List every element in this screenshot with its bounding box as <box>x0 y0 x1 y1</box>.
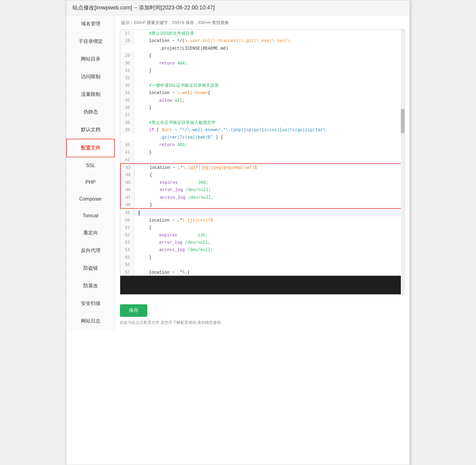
line-content: #一键申请SSL证书验证目录相关设置 <box>134 82 219 89</box>
sidebar-item-PHP[interactable]: PHP <box>66 174 115 191</box>
line-number: 38 <box>120 119 134 126</box>
line-number: 35 <box>120 96 134 104</box>
code-editor-wrapper[interactable]: 27 #禁止访问的文件或目录28 location ~ ^/(\.user.in… <box>120 29 405 295</box>
line-number: 51 <box>120 224 134 231</box>
line-content <box>134 111 139 112</box>
sidebar-item-重定向[interactable]: 重定向 <box>66 224 115 242</box>
hint-bar: 提示：Ctrl+F 搜索关键字，Ctrl+S 保存，Ctrl+H 查找替换 <box>120 20 405 26</box>
line-content: } <box>135 201 152 208</box>
line-content: location ~ ^/(\.user.ini|\.htaccess|\.gi… <box>134 37 292 44</box>
sidebar-item-网站目录[interactable]: 网站目录 <box>66 51 115 68</box>
bottom-area: 保存 此处为站点主配置文件,若您不了解配置规则,请勿随意修改. <box>120 299 405 325</box>
sidebar-item-访问限制[interactable]: 访问限制 <box>66 68 115 86</box>
sidebar-item-防篡改[interactable]: 防篡改 <box>66 277 115 295</box>
line-number: 33 <box>120 82 134 89</box>
line-number: 45 <box>121 179 135 186</box>
table-row: 43 location ~ .*\.(gif|jpg|jpeg|png|bmp|… <box>121 164 401 171</box>
content-area: 提示：Ctrl+F 搜索关键字，Ctrl+S 保存，Ctrl+H 查找替换 27… <box>115 15 410 330</box>
line-number: 40 <box>120 141 134 148</box>
save-button[interactable]: 保存 <box>120 304 147 317</box>
line-number: 47 <box>121 194 135 201</box>
table-row: 34 location ~ \.well-known{ <box>120 89 404 96</box>
table-row: 51 { <box>120 224 404 231</box>
line-content: { <box>134 224 152 231</box>
line-content: .project|LICENSE|README.md) <box>134 44 228 52</box>
table-row: 45 expires 30d; <box>121 179 401 186</box>
line-number: 52 <box>120 231 134 239</box>
line-number: 56 <box>120 261 134 268</box>
footer-note: 此处为站点主配置文件,若您不了解配置规则,请勿随意修改. <box>120 320 405 325</box>
window-title: 站点修改[imwpweb.com] -- 添加时间[2023-08-22 00:… <box>72 5 215 11</box>
line-number: 32 <box>120 74 134 81</box>
table-row: .project|LICENSE|README.md) <box>120 44 404 52</box>
line-content: return 403; <box>134 141 187 148</box>
line-content: access_log /dev/null; <box>134 246 213 253</box>
table-row: 44 { <box>121 171 401 178</box>
sidebar-item-默认文档[interactable]: 默认文档 <box>66 121 115 139</box>
table-row: 53 error_log /dev/null; <box>120 239 404 246</box>
scrollbar-track[interactable] <box>401 30 404 294</box>
table-row: 38 #禁止在证书验证目录放入敏感文件 <box>120 119 404 126</box>
table-row: 55 } <box>120 253 404 261</box>
table-row: 54 access_log /dev/null; <box>120 246 404 253</box>
table-row: 42 <box>120 156 404 163</box>
line-number: 27 <box>120 30 134 37</box>
line-number: 50 <box>120 216 134 224</box>
table-row: 48 } <box>121 201 401 208</box>
scrollbar-thumb[interactable] <box>401 109 404 133</box>
code-editor[interactable]: 27 #禁止访问的文件或目录28 location ~ ^/(\.user.in… <box>120 30 404 276</box>
line-content: { <box>135 171 152 178</box>
sidebar-item-安全扫描[interactable]: 安全扫描 <box>66 295 115 313</box>
table-row: .gz|rar|7z|sql|bak)$" ) { <box>120 133 404 141</box>
line-content: error_log /dev/null; <box>135 186 211 193</box>
line-number: 49 <box>120 209 134 216</box>
sidebar-item-防盗链[interactable]: 防盗链 <box>66 260 115 277</box>
line-number <box>120 44 134 45</box>
line-content <box>134 74 139 75</box>
line-content: allow all; <box>134 96 185 104</box>
line-content <box>134 261 139 261</box>
title-bar: 站点修改[imwpweb.com] -- 添加时间[2023-08-22 00:… <box>66 0 410 15</box>
highlighted-block: 43 location ~ .*\.(gif|jpg|jpeg|png|bmp|… <box>120 163 402 209</box>
sidebar-item-SSL[interactable]: SSL <box>66 157 115 174</box>
line-content <box>134 209 139 216</box>
table-row: 39 if ( $uri ~ "^/\.well-known/.*\.(php|… <box>120 126 404 133</box>
table-row: 30 return 404; <box>120 59 404 67</box>
sidebar-item-域名管理[interactable]: 域名管理 <box>66 15 115 33</box>
table-row: 37 <box>120 111 404 118</box>
table-row: 32 <box>120 74 404 81</box>
table-row: 27 #禁止访问的文件或目录 <box>120 30 404 37</box>
table-row: 56 <box>120 261 404 268</box>
table-row: 28 location ~ ^/(\.user.ini|\.htaccess|\… <box>120 37 404 44</box>
line-number: 37 <box>120 111 134 118</box>
table-row: 52 expires 12h; <box>120 231 404 239</box>
sidebar: 域名管理子目录绑定网站目录访问限制流量限制伪静态默认文档配置文件SSLPHPCo… <box>66 15 115 330</box>
line-content: } <box>134 148 152 156</box>
sidebar-item-网站日志[interactable]: 网站日志 <box>66 313 115 330</box>
sidebar-item-流量限制[interactable]: 流量限制 <box>66 86 115 103</box>
line-content: if ( $uri ~ "^/\.well-known/.*\.(php|jsp… <box>134 126 328 133</box>
table-row: 46 error_log /dev/null; <box>121 186 401 193</box>
line-content: access_log /dev/null; <box>135 194 214 201</box>
line-number: 36 <box>120 104 134 111</box>
sidebar-item-配置文件[interactable]: 配置文件 <box>66 139 115 157</box>
table-row: 40 return 403; <box>120 141 404 148</box>
sidebar-item-反向代理[interactable]: 反向代理 <box>66 242 115 260</box>
sidebar-item-子目录绑定[interactable]: 子目录绑定 <box>66 33 115 51</box>
line-number: 42 <box>120 156 134 163</box>
line-content: expires 30d; <box>135 179 208 186</box>
line-content: } <box>134 104 152 111</box>
sidebar-item-伪静态[interactable]: 伪静态 <box>66 103 115 121</box>
line-number: 53 <box>120 239 134 246</box>
line-content <box>134 156 139 156</box>
sidebar-item-Tomcat[interactable]: Tomcat <box>66 208 115 224</box>
line-content: expires 12h; <box>134 231 208 239</box>
table-row: 33 #一键申请SSL证书验证目录相关设置 <box>120 82 404 89</box>
line-content: location ~ .*\.(js|css)?$ <box>134 216 213 224</box>
sidebar-item-Composer[interactable]: Composer <box>66 191 115 208</box>
table-row: 41 } <box>120 148 404 156</box>
table-row: 36 } <box>120 104 404 111</box>
table-row: 57 location ~ .*\.( <box>120 268 404 276</box>
line-content: location ~ .*\.(gif|jpg|jpeg|png|bmp|swf… <box>135 164 257 171</box>
table-row: 50 location ~ .*\.(js|css)?$ <box>120 216 404 224</box>
